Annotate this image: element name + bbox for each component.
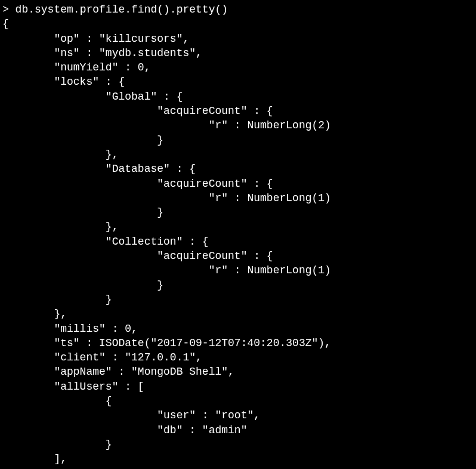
- output-line: "appName" : "MongoDB Shell",: [2, 366, 234, 378]
- output-line: "acquireCount" : {: [2, 105, 273, 117]
- output-line: "r" : NumberLong(2): [2, 119, 331, 131]
- output-line: "acquireCount" : {: [2, 178, 273, 190]
- output-line: },: [2, 221, 118, 233]
- output-line: "op" : "killcursors",: [2, 33, 189, 45]
- output-line: }: [2, 439, 112, 451]
- output-line: "Global" : {: [2, 91, 183, 103]
- output-line: "millis" : 0,: [2, 323, 138, 335]
- output-line: "r" : NumberLong(1): [2, 264, 331, 276]
- output-line: }: [2, 294, 112, 306]
- output-line: }: [2, 279, 163, 291]
- output-line: }: [2, 134, 163, 146]
- output-line: "Database" : {: [2, 163, 196, 175]
- output-line: "allUsers" : [: [2, 381, 144, 393]
- output-line: {: [2, 395, 112, 407]
- output-line: },: [2, 308, 67, 320]
- output-line: "r" : NumberLong(1): [2, 192, 331, 204]
- output-line: "locks" : {: [2, 76, 125, 88]
- output-line: }: [2, 206, 163, 218]
- output-line: {: [2, 18, 9, 30]
- shell-prompt: >: [2, 4, 16, 16]
- output-line: "Collection" : {: [2, 236, 209, 248]
- output-line: "numYield" : 0,: [2, 61, 150, 73]
- output-line: "db" : "admin": [2, 424, 247, 436]
- command-input: db.system.profile.find().pretty(): [16, 4, 228, 16]
- terminal-output[interactable]: > db.system.profile.find().pretty() { "o…: [2, 2, 474, 469]
- output-line: "user" : "root",: [2, 409, 260, 421]
- output-line: "ts" : ISODate("2017-09-12T07:40:20.303Z…: [2, 337, 331, 349]
- output-line: "acquireCount" : {: [2, 250, 273, 262]
- output-line: },: [2, 149, 118, 161]
- output-line: "ns" : "mydb.students",: [2, 47, 202, 59]
- output-line: "client" : "127.0.0.1",: [2, 351, 202, 363]
- output-line: ],: [2, 453, 67, 465]
